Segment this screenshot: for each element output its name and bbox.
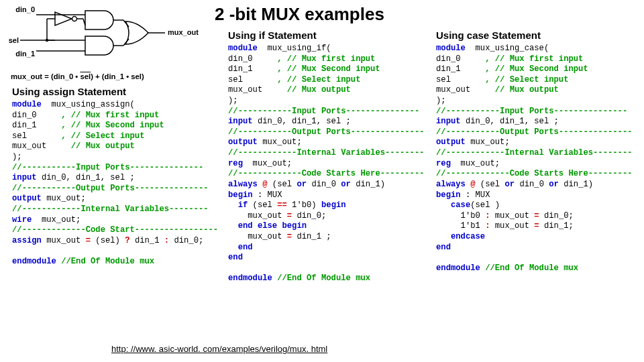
label-sel: sel	[9, 36, 19, 44]
code-assign: module mux_using_assign( din_0 , // Mux …	[12, 100, 211, 267]
label-din1: din_1	[15, 50, 35, 58]
heading-assign: Using assign Statement	[12, 86, 211, 97]
svg-point-1	[72, 17, 77, 21]
svg-marker-0	[55, 12, 72, 25]
column-case: Using case Statement module mux_using_ca…	[436, 29, 635, 274]
source-url: http: //www. asic-world. com/examples/ve…	[111, 344, 327, 354]
code-case: module mux_using_case( din_0 , // Mux fi…	[436, 44, 635, 274]
column-if: Using if Statement module mux_using_if( …	[228, 29, 427, 284]
page-title: 2 -bit MUX examples	[215, 4, 384, 25]
label-muxout: mux_out	[168, 28, 199, 36]
heading-case: Using case Statement	[436, 29, 635, 41]
schematic-diagram: din_0 sel din_1 mux_out mux_out = (din_0…	[8, 5, 203, 80]
heading-if: Using if Statement	[228, 29, 427, 41]
column-assign: Using assign Statement module mux_using_…	[12, 86, 211, 267]
code-if: module mux_using_if( din_0 , // Mux firs…	[228, 44, 427, 284]
label-din0: din_0	[15, 5, 35, 13]
